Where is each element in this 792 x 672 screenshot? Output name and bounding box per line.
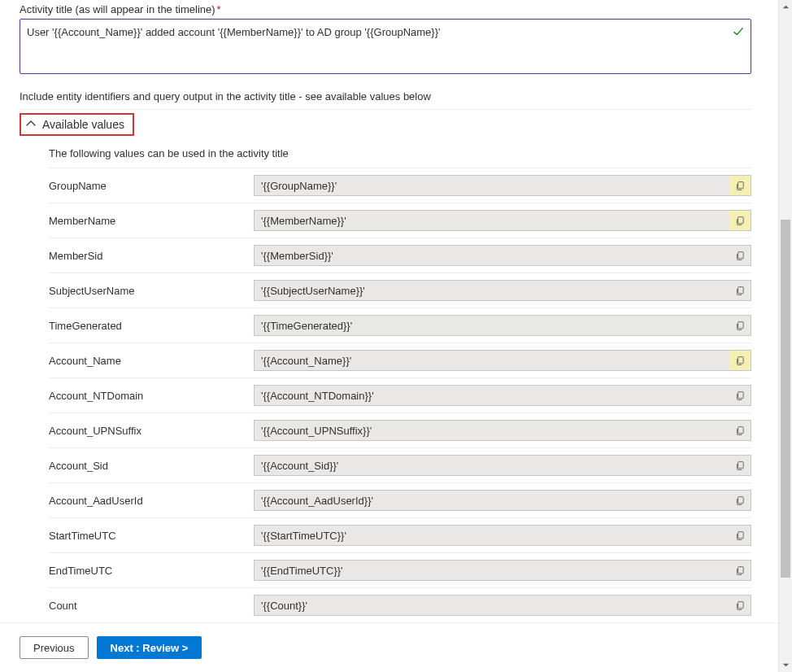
value-row: Count'{{Count}}' xyxy=(49,588,751,622)
value-token-box: '{{SubjectUserName}}' xyxy=(254,280,751,301)
value-token-box: '{{StartTimeUTC}}' xyxy=(254,525,751,546)
copy-icon[interactable] xyxy=(729,211,751,230)
value-row: Account_UPNSuffix'{{Account_UPNSuffix}}' xyxy=(49,413,751,448)
value-token-text: '{{TimeGenerated}}' xyxy=(261,320,729,332)
value-token-box: '{{Count}}' xyxy=(254,595,751,616)
value-token-box: '{{GroupName}}' xyxy=(254,175,751,196)
value-name: TimeGenerated xyxy=(49,320,244,332)
value-row: StartTimeUTC'{{StartTimeUTC}}' xyxy=(49,518,751,553)
value-row: Account_NTDomain'{{Account_NTDomain}}' xyxy=(49,378,751,413)
value-name: StartTimeUTC xyxy=(49,530,244,542)
required-asterisk: * xyxy=(217,3,221,15)
values-intro-text: The following values can be used in the … xyxy=(49,147,759,159)
value-row: Account_Name'{{Account_Name}}' xyxy=(49,343,751,378)
value-row: EndTimeUTC'{{EndTimeUTC}}' xyxy=(49,553,751,588)
vertical-scrollbar[interactable] xyxy=(778,0,792,672)
value-token-box: '{{Account_NTDomain}}' xyxy=(254,385,751,406)
svg-rect-8 xyxy=(738,461,743,468)
svg-rect-1 xyxy=(738,216,743,223)
svg-rect-11 xyxy=(738,566,743,573)
value-token-text: '{{EndTimeUTC}}' xyxy=(261,565,729,577)
value-token-box: '{{Account_Sid}}' xyxy=(254,455,751,476)
scrollbar-thumb[interactable] xyxy=(781,220,790,578)
value-row: TimeGenerated'{{TimeGenerated}}' xyxy=(49,308,751,343)
copy-icon[interactable] xyxy=(729,421,751,440)
copy-icon[interactable] xyxy=(729,526,751,545)
value-token-text: '{{GroupName}}' xyxy=(261,180,729,192)
value-name: Account_NTDomain xyxy=(49,390,244,402)
svg-rect-6 xyxy=(738,391,743,398)
value-name: SubjectUserName xyxy=(49,285,244,297)
helper-text: Include entity identifiers and query out… xyxy=(20,90,759,103)
value-name: Account_Sid xyxy=(49,460,244,472)
value-token-text: '{{Account_NTDomain}}' xyxy=(261,390,729,402)
copy-icon[interactable] xyxy=(729,351,751,370)
copy-icon[interactable] xyxy=(729,316,751,335)
value-name: Count xyxy=(49,600,244,612)
activity-title-field-wrap xyxy=(20,19,751,74)
value-token-text: '{{Account_AadUserId}}' xyxy=(261,495,729,507)
value-name: EndTimeUTC xyxy=(49,565,244,577)
svg-rect-12 xyxy=(738,601,743,608)
value-token-text: '{{MemberSid}}' xyxy=(261,250,729,262)
value-row: SubjectUserName'{{SubjectUserName}}' xyxy=(49,273,751,308)
value-token-text: '{{Count}}' xyxy=(261,600,729,612)
section-divider xyxy=(20,109,751,110)
available-values-table: GroupName'{{GroupName}}'MemberName'{{Mem… xyxy=(49,168,751,622)
copy-icon[interactable] xyxy=(729,281,751,300)
value-token-box: '{{MemberSid}}' xyxy=(254,245,751,266)
svg-rect-3 xyxy=(738,286,743,293)
svg-rect-5 xyxy=(738,356,743,363)
chevron-up-icon xyxy=(26,119,36,131)
copy-icon[interactable] xyxy=(729,491,751,510)
svg-rect-4 xyxy=(738,321,743,328)
value-token-box: '{{Account_Name}}' xyxy=(254,350,751,371)
available-values-label: Available values xyxy=(42,118,124,131)
value-row: Account_AadUserId'{{Account_AadUserId}}' xyxy=(49,483,751,518)
value-row: GroupName'{{GroupName}}' xyxy=(49,168,751,203)
value-token-box: '{{Account_AadUserId}}' xyxy=(254,490,751,511)
valid-checkmark-icon xyxy=(733,26,744,37)
svg-rect-2 xyxy=(738,251,743,258)
value-name: Account_Name xyxy=(49,355,244,367)
value-name: Account_AadUserId xyxy=(49,495,244,507)
value-token-text: '{{Account_Sid}}' xyxy=(261,460,729,472)
value-row: MemberName'{{MemberName}}' xyxy=(49,203,751,238)
value-token-text: '{{SubjectUserName}}' xyxy=(261,285,729,297)
copy-icon[interactable] xyxy=(729,176,751,195)
copy-icon[interactable] xyxy=(729,596,751,615)
available-values-toggle[interactable]: Available values xyxy=(20,113,134,136)
value-token-text: '{{StartTimeUTC}}' xyxy=(261,530,729,542)
svg-rect-0 xyxy=(738,181,743,188)
value-token-box: '{{MemberName}}' xyxy=(254,210,751,231)
value-name: MemberName xyxy=(49,215,244,227)
copy-icon[interactable] xyxy=(729,456,751,475)
svg-rect-7 xyxy=(738,426,743,433)
value-name: Account_UPNSuffix xyxy=(49,425,244,437)
next-review-button[interactable]: Next : Review > xyxy=(97,636,202,659)
previous-button[interactable]: Previous xyxy=(20,636,89,659)
wizard-footer: Previous Next : Review > xyxy=(0,622,778,672)
value-token-box: '{{EndTimeUTC}}' xyxy=(254,560,751,581)
scrollbar-arrow-down-icon[interactable] xyxy=(779,658,792,672)
value-token-text: '{{MemberName}}' xyxy=(261,215,729,227)
copy-icon[interactable] xyxy=(729,386,751,405)
svg-rect-10 xyxy=(738,531,743,538)
value-token-box: '{{Account_UPNSuffix}}' xyxy=(254,420,751,441)
value-name: MemberSid xyxy=(49,250,244,262)
copy-icon[interactable] xyxy=(729,561,751,580)
svg-rect-9 xyxy=(738,496,743,503)
copy-icon[interactable] xyxy=(729,246,751,265)
value-token-box: '{{TimeGenerated}}' xyxy=(254,315,751,336)
activity-title-label: Activity title (as will appear in the ti… xyxy=(20,3,759,15)
value-name: GroupName xyxy=(49,180,244,192)
value-row: Account_Sid'{{Account_Sid}}' xyxy=(49,448,751,483)
activity-title-input[interactable] xyxy=(20,20,751,73)
value-token-text: '{{Account_UPNSuffix}}' xyxy=(261,425,729,437)
value-token-text: '{{Account_Name}}' xyxy=(261,355,729,367)
scrollbar-arrow-up-icon[interactable] xyxy=(779,0,792,14)
value-row: MemberSid'{{MemberSid}}' xyxy=(49,238,751,273)
